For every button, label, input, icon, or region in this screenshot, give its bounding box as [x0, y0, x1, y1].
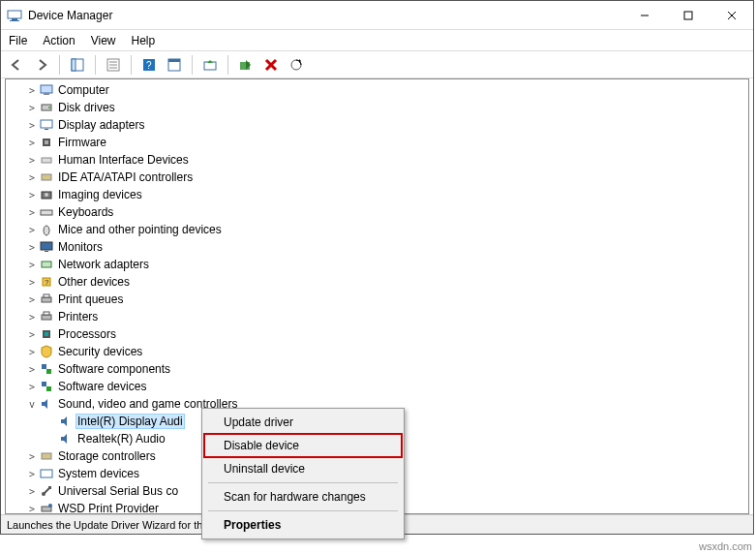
watermark: wsxdn.com: [699, 540, 752, 552]
tree-node-network[interactable]: >Network adapters: [6, 256, 748, 273]
tree-node-keyboards[interactable]: >Keyboards: [6, 203, 748, 221]
svg-text:?: ?: [146, 60, 152, 71]
tree-node-disk-drives[interactable]: >Disk drives: [6, 99, 748, 116]
printer-icon: [39, 292, 54, 307]
svg-rect-52: [41, 470, 52, 477]
tree-node-hid[interactable]: >Human Interface Devices: [6, 151, 748, 169]
expand-icon[interactable]: >: [25, 486, 39, 497]
expand-icon[interactable]: >: [25, 172, 39, 183]
svg-rect-26: [41, 120, 52, 128]
disable-button[interactable]: [234, 53, 257, 77]
back-button[interactable]: [5, 53, 28, 77]
usb-icon: [39, 483, 54, 499]
context-uninstall-device[interactable]: Uninstall device: [204, 457, 402, 480]
expand-icon[interactable]: >: [25, 155, 39, 166]
expand-icon[interactable]: >: [25, 277, 39, 288]
svg-rect-49: [42, 382, 46, 386]
expand-icon[interactable]: >: [25, 364, 39, 375]
context-properties[interactable]: Properties: [204, 513, 402, 537]
menu-view[interactable]: View: [91, 34, 116, 47]
sound-icon: [39, 396, 54, 412]
tree-node-imaging[interactable]: >Imaging devices: [6, 186, 748, 203]
tree-node-ide[interactable]: >IDE ATA/ATAPI controllers: [6, 169, 748, 186]
tree-node-processors[interactable]: >Processors: [6, 325, 748, 343]
expand-icon[interactable]: >: [25, 85, 39, 96]
expand-icon[interactable]: >: [25, 120, 39, 131]
expand-icon[interactable]: >: [25, 138, 39, 148]
collapse-icon[interactable]: v: [25, 399, 39, 410]
expand-icon[interactable]: >: [25, 329, 39, 340]
menu-help[interactable]: Help: [132, 34, 156, 47]
context-scan-hardware[interactable]: Scan for hardware changes: [204, 485, 402, 508]
expand-icon[interactable]: >: [25, 504, 39, 514]
forward-button[interactable]: [30, 53, 53, 77]
tree-node-other[interactable]: >?Other devices: [6, 273, 748, 291]
toolbar-separator: [192, 55, 193, 75]
svg-rect-34: [41, 210, 52, 215]
expand-icon[interactable]: >: [25, 294, 39, 305]
svg-rect-51: [42, 453, 51, 459]
toolbar-separator: [59, 55, 60, 75]
svg-rect-2: [10, 20, 19, 21]
imaging-icon: [39, 187, 54, 202]
ide-icon: [39, 169, 54, 185]
svg-rect-0: [8, 11, 21, 18]
svg-rect-29: [45, 140, 48, 144]
software-icon: [39, 379, 54, 394]
tree-node-printers[interactable]: >Printers: [6, 308, 748, 325]
menu-file[interactable]: File: [9, 34, 27, 47]
expand-icon[interactable]: >: [25, 312, 39, 323]
expand-icon[interactable]: >: [25, 347, 39, 357]
scan-hardware-button[interactable]: [285, 53, 308, 77]
tree-node-display-adapters[interactable]: >Display adapters: [6, 116, 748, 134]
expand-icon[interactable]: >: [25, 451, 39, 462]
svg-text:?: ?: [45, 278, 49, 287]
tree-node-software-components[interactable]: >Software components: [6, 360, 748, 378]
tree-node-mice[interactable]: >Mice and other pointing devices: [6, 221, 748, 238]
svg-rect-41: [42, 297, 51, 302]
tree-node-monitors[interactable]: >Monitors: [6, 238, 748, 256]
svg-point-25: [48, 107, 50, 108]
action-button[interactable]: [163, 53, 186, 77]
security-icon: [39, 344, 54, 359]
toolbar-separator: [95, 55, 96, 75]
monitor-icon: [39, 239, 54, 255]
show-hide-tree-button[interactable]: [66, 53, 89, 77]
update-driver-button[interactable]: [198, 53, 222, 77]
mouse-icon: [39, 222, 54, 237]
minimize-button[interactable]: [622, 1, 666, 29]
printer-icon: [39, 309, 54, 324]
tree-node-computer[interactable]: >Computer: [6, 81, 748, 99]
computer-icon: [39, 82, 54, 98]
window-title: Device Manager: [28, 9, 112, 22]
help-button[interactable]: ?: [137, 53, 161, 77]
tree-node-software-devices[interactable]: >Software devices: [6, 378, 748, 395]
tree-node-security[interactable]: >Security devices: [6, 343, 748, 360]
expand-icon[interactable]: >: [25, 225, 39, 235]
sound-icon: [58, 414, 74, 429]
uninstall-button[interactable]: [259, 53, 283, 77]
titlebar: Device Manager: [1, 1, 753, 30]
expand-icon[interactable]: >: [25, 207, 39, 218]
tree-node-firmware[interactable]: >Firmware: [6, 134, 748, 151]
expand-icon[interactable]: >: [25, 242, 39, 253]
maximize-button[interactable]: [666, 1, 710, 29]
firmware-icon: [39, 135, 54, 150]
context-update-driver[interactable]: Update driver: [204, 411, 402, 434]
expand-icon[interactable]: >: [25, 190, 39, 200]
properties-button[interactable]: [102, 53, 125, 77]
expand-icon[interactable]: >: [25, 469, 39, 479]
svg-rect-16: [168, 59, 180, 62]
svg-point-33: [45, 193, 48, 197]
expand-icon[interactable]: >: [25, 382, 39, 392]
expand-icon[interactable]: >: [25, 260, 39, 270]
svg-rect-36: [41, 242, 52, 250]
menu-action[interactable]: Action: [43, 34, 75, 47]
svg-rect-27: [45, 129, 48, 130]
context-disable-device[interactable]: Disable device: [204, 434, 402, 457]
svg-rect-22: [41, 85, 52, 93]
close-button[interactable]: [710, 1, 753, 29]
svg-rect-31: [42, 174, 51, 180]
tree-node-print-queues[interactable]: >Print queues: [6, 291, 748, 308]
expand-icon[interactable]: >: [25, 103, 39, 113]
